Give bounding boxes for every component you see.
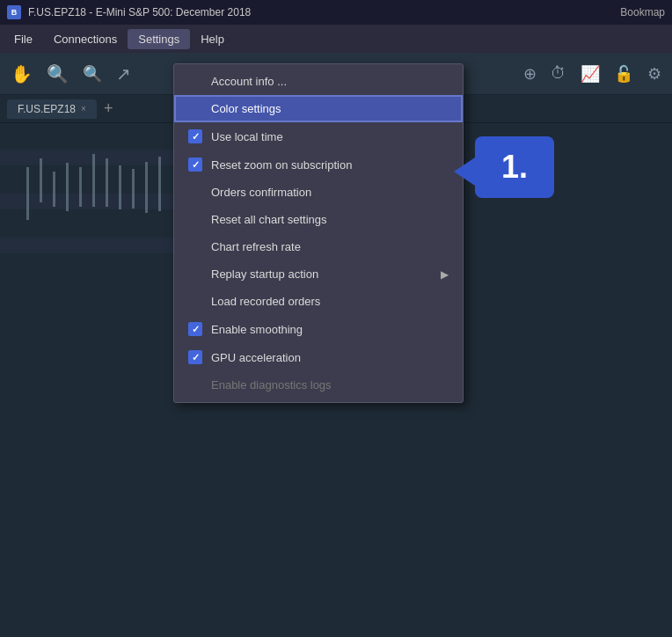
menu-account-info[interactable]: Account info ...	[174, 68, 463, 95]
enable-diagnostics-label: Enable diagnostics logs	[211, 378, 332, 392]
reset-zoom-checkbox[interactable]	[188, 157, 202, 172]
use-local-time-label: Use local time	[211, 130, 283, 143]
step-box: 1.	[475, 136, 554, 198]
load-recorded-orders-label: Load recorded orders	[211, 295, 320, 308]
step-callout: 1.	[475, 136, 554, 198]
menu-enable-diagnostics: Enable diagnostics logs	[174, 371, 463, 399]
menu-reset-zoom[interactable]: Reset zoom on subscription	[174, 150, 463, 179]
gpu-acceleration-checkbox[interactable]	[188, 350, 202, 364]
orders-confirmation-label: Orders confirmation	[211, 186, 311, 199]
settings-dropdown-overlay[interactable]: Account info ... Color settings Use loca…	[0, 0, 672, 637]
enable-smoothing-label: Enable smoothing	[211, 323, 303, 336]
menu-orders-confirmation[interactable]: Orders confirmation	[174, 179, 463, 206]
menu-replay-startup[interactable]: Replay startup action ▶	[174, 260, 463, 288]
chart-refresh-rate-label: Chart refresh rate	[211, 240, 301, 253]
callout-arrow	[454, 154, 480, 189]
menu-chart-refresh-rate[interactable]: Chart refresh rate	[174, 233, 463, 260]
menu-reset-chart-settings[interactable]: Reset all chart settings	[174, 206, 463, 233]
gpu-acceleration-label: GPU acceleration	[211, 351, 301, 364]
account-info-label: Account info ...	[211, 75, 287, 88]
menu-color-settings[interactable]: Color settings	[174, 95, 463, 122]
reset-chart-settings-label: Reset all chart settings	[211, 213, 327, 226]
reset-zoom-label: Reset zoom on subscription	[211, 158, 352, 172]
use-local-time-checkbox[interactable]	[188, 129, 202, 143]
step-number: 1.	[501, 149, 528, 186]
submenu-arrow-icon: ▶	[441, 268, 449, 281]
menu-use-local-time[interactable]: Use local time	[174, 122, 463, 150]
menu-enable-smoothing[interactable]: Enable smoothing	[174, 315, 463, 343]
color-settings-label: Color settings	[211, 102, 281, 115]
enable-smoothing-checkbox[interactable]	[188, 322, 202, 336]
menu-gpu-acceleration[interactable]: GPU acceleration	[174, 343, 463, 371]
settings-dropdown-menu: Account info ... Color settings Use loca…	[173, 63, 464, 403]
replay-startup-label: Replay startup action	[211, 267, 318, 281]
menu-load-recorded-orders[interactable]: Load recorded orders	[174, 288, 463, 315]
